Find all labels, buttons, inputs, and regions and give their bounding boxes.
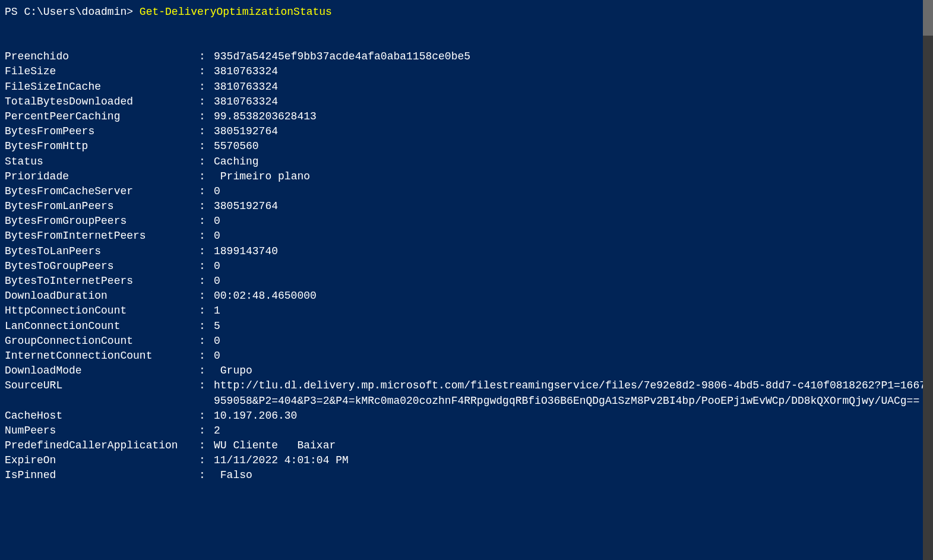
property-value: 0: [214, 349, 928, 363]
property-value: 3805192764: [214, 199, 928, 214]
property-key: BytesFromInternetPeers: [5, 229, 199, 243]
property-value: 0: [214, 274, 928, 289]
property-key: BytesFromCacheServer: [5, 184, 199, 199]
property-value: 10.197.206.30: [214, 409, 928, 423]
colon-separator: :: [199, 289, 214, 303]
output-row: BytesFromLanPeers:3805192764: [5, 199, 928, 214]
colon-separator: :: [199, 154, 214, 169]
output-row: HttpConnectionCount:1: [5, 303, 928, 318]
colon-separator: :: [199, 229, 214, 243]
property-value: Primeiro plano: [214, 169, 928, 184]
output-row: PredefinedCallerApplication:WU Cliente B…: [5, 438, 928, 453]
property-value: 00:02:48.4650000: [214, 289, 928, 303]
colon-separator: :: [199, 139, 214, 154]
output-row: FileSizeInCache:3810763324: [5, 80, 928, 94]
property-value: 3810763324: [214, 64, 928, 79]
output-row: Status:Caching: [5, 154, 928, 169]
property-key: Preenchido: [5, 49, 199, 64]
property-value: 0: [214, 184, 928, 199]
property-value: Caching: [214, 154, 928, 169]
property-key: DownloadMode: [5, 363, 199, 378]
output-row: PercentPeerCaching:99.8538203628413: [5, 109, 928, 124]
output-row: NumPeers:2: [5, 423, 928, 438]
output-row: BytesFromHttp:5570560: [5, 139, 928, 154]
output-row: LanConnectionCount:5: [5, 319, 928, 334]
property-value: 5: [214, 319, 928, 334]
colon-separator: :: [199, 363, 214, 378]
property-value: 99.8538203628413: [214, 109, 928, 124]
colon-separator: :: [199, 378, 214, 393]
command-output: Preenchido:935d7a54245ef9bb37acde4afa0ab…: [5, 49, 928, 483]
prompt-prefix: PS C:\Users\doadmin>: [5, 6, 140, 18]
colon-separator: :: [199, 199, 214, 214]
colon-separator: :: [199, 244, 214, 259]
output-row: InternetConnectionCount:0: [5, 349, 928, 363]
property-value: 5570560: [214, 139, 928, 154]
property-key: LanConnectionCount: [5, 319, 199, 334]
colon-separator: :: [199, 453, 214, 468]
colon-separator: :: [199, 468, 214, 483]
property-key: FileSize: [5, 64, 199, 79]
property-key: GroupConnectionCount: [5, 334, 199, 349]
colon-separator: :: [199, 169, 214, 184]
property-key: BytesToInternetPeers: [5, 274, 199, 289]
property-value: 1899143740: [214, 244, 928, 259]
property-key: IsPinned: [5, 468, 199, 483]
property-key: SourceURL: [5, 378, 199, 393]
colon-separator: :: [199, 303, 214, 318]
colon-separator: :: [199, 319, 214, 334]
property-key: BytesToLanPeers: [5, 244, 199, 259]
colon-separator: :: [199, 349, 214, 363]
property-key: BytesToGroupPeers: [5, 259, 199, 274]
property-value: 0: [214, 214, 928, 229]
property-key: CacheHost: [5, 409, 199, 423]
property-value: Falso: [214, 468, 928, 483]
scrollbar-thumb[interactable]: [923, 0, 933, 36]
property-key: PredefinedCallerApplication: [5, 438, 199, 453]
property-key: DownloadDuration: [5, 289, 199, 303]
property-value: Grupo: [214, 363, 928, 378]
output-row: BytesToLanPeers:1899143740: [5, 244, 928, 259]
property-value: 0: [214, 334, 928, 349]
output-row: SourceURL:http://tlu.dl.delivery.mp.micr…: [5, 378, 928, 408]
output-row: CacheHost:10.197.206.30: [5, 409, 928, 423]
output-row: BytesFromInternetPeers:0: [5, 229, 928, 243]
colon-separator: :: [199, 184, 214, 199]
command-text: Get-DeliveryOptimizationStatus: [140, 6, 332, 18]
property-value: 3805192764: [214, 124, 928, 139]
property-key: BytesFromGroupPeers: [5, 214, 199, 229]
property-value: http://tlu.dl.delivery.mp.microsoft.com/…: [214, 378, 928, 408]
output-row: IsPinned: Falso: [5, 468, 928, 483]
output-row: DownloadMode: Grupo: [5, 363, 928, 378]
output-row: DownloadDuration:00:02:48.4650000: [5, 289, 928, 303]
property-key: TotalBytesDownloaded: [5, 94, 199, 109]
colon-separator: :: [199, 274, 214, 289]
colon-separator: :: [199, 124, 214, 139]
property-value: 0: [214, 229, 928, 243]
colon-separator: :: [199, 80, 214, 94]
vertical-scrollbar[interactable]: [923, 0, 933, 560]
property-value: 3810763324: [214, 80, 928, 94]
output-row: Prioridade: Primeiro plano: [5, 169, 928, 184]
property-key: HttpConnectionCount: [5, 303, 199, 318]
property-value: 2: [214, 423, 928, 438]
colon-separator: :: [199, 109, 214, 124]
property-key: BytesFromPeers: [5, 124, 199, 139]
output-row: BytesFromPeers:3805192764: [5, 124, 928, 139]
property-key: BytesFromHttp: [5, 139, 199, 154]
property-key: InternetConnectionCount: [5, 349, 199, 363]
colon-separator: :: [199, 214, 214, 229]
property-key: Prioridade: [5, 169, 199, 184]
property-key: Status: [5, 154, 199, 169]
colon-separator: :: [199, 49, 214, 64]
output-row: BytesFromCacheServer:0: [5, 184, 928, 199]
colon-separator: :: [199, 409, 214, 423]
property-key: NumPeers: [5, 423, 199, 438]
colon-separator: :: [199, 259, 214, 274]
output-row: Preenchido:935d7a54245ef9bb37acde4afa0ab…: [5, 49, 928, 64]
property-key: ExpireOn: [5, 453, 199, 468]
colon-separator: :: [199, 334, 214, 349]
output-row: BytesToGroupPeers:0: [5, 259, 928, 274]
property-value: 0: [214, 259, 928, 274]
property-value: WU Cliente Baixar: [214, 438, 928, 453]
